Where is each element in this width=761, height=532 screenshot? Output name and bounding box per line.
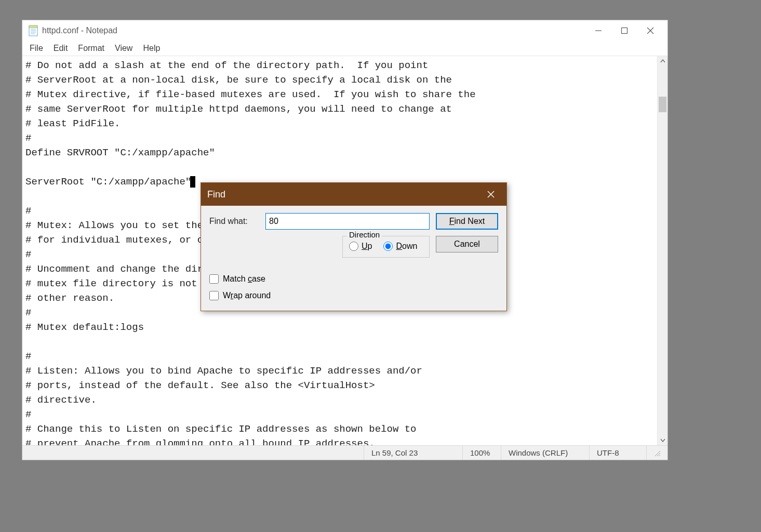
maximize-button[interactable] [611, 20, 637, 41]
find-dialog[interactable]: Find Find what: Find Next Direction Up D… [201, 182, 507, 311]
status-zoom: 100% [462, 446, 501, 460]
direction-down-radio[interactable]: Down [383, 242, 417, 251]
direction-up-radio[interactable]: Up [349, 242, 372, 251]
status-eol: Windows (CRLF) [501, 446, 589, 460]
minimize-button[interactable] [585, 20, 611, 41]
scroll-down-arrow[interactable] [658, 435, 667, 445]
notepad-icon [29, 25, 38, 36]
scroll-thumb[interactable] [659, 97, 666, 112]
vertical-scrollbar[interactable] [657, 56, 667, 445]
menu-format[interactable]: Format [74, 43, 109, 54]
window-title: httpd.conf - Notepad [42, 26, 117, 35]
scroll-up-arrow[interactable] [658, 56, 667, 66]
match-case-checkbox[interactable]: Match case [209, 274, 430, 284]
cancel-button[interactable]: Cancel [436, 236, 498, 252]
menu-view[interactable]: View [111, 43, 137, 54]
find-close-button[interactable] [482, 185, 500, 204]
status-cursor-pos: Ln 59, Col 23 [364, 446, 462, 460]
menu-edit[interactable]: Edit [49, 43, 72, 54]
svg-rect-0 [29, 26, 37, 36]
direction-group: Direction Up Down [342, 236, 430, 258]
direction-legend: Direction [347, 230, 382, 239]
svg-line-12 [659, 455, 660, 456]
find-what-input[interactable] [265, 213, 430, 230]
find-what-label: Find what: [209, 217, 259, 226]
find-title: Find [207, 189, 225, 200]
menu-file[interactable]: File [25, 43, 47, 54]
close-button[interactable] [637, 20, 663, 41]
svg-rect-1 [29, 25, 37, 28]
menu-help[interactable]: Help [139, 43, 164, 54]
titlebar[interactable]: httpd.conf - Notepad [22, 20, 667, 41]
find-titlebar[interactable]: Find [201, 183, 506, 206]
svg-rect-7 [622, 28, 628, 34]
find-next-button[interactable]: Find Next [436, 213, 498, 230]
menubar: File Edit Format View Help [22, 41, 667, 56]
wrap-around-checkbox[interactable]: Wrap around [209, 291, 430, 300]
status-encoding: UTF-8 [589, 446, 646, 460]
statusbar: Ln 59, Col 23 100% Windows (CRLF) UTF-8 [22, 445, 667, 460]
status-resize-grip[interactable] [646, 446, 667, 460]
